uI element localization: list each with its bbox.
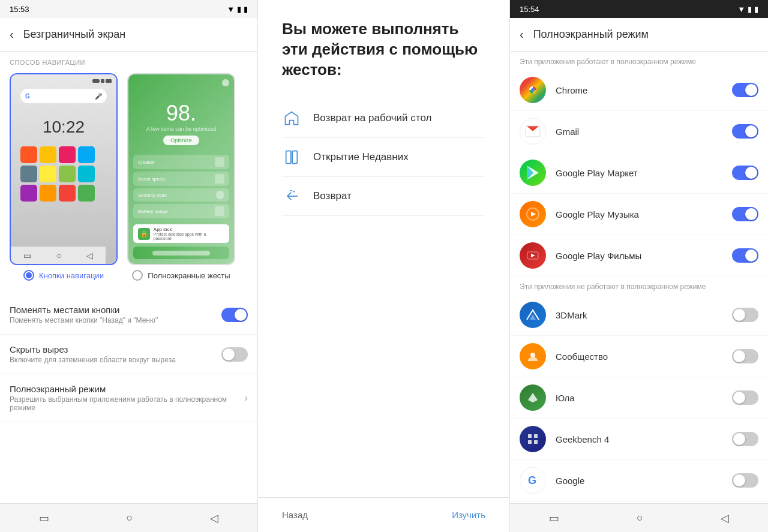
fullscreen-mode-item[interactable]: Полноэкранный режим Разрешить выбранным … bbox=[0, 374, 257, 422]
signal-icon: ▮ bbox=[237, 5, 241, 14]
google-label: Google bbox=[556, 476, 732, 486]
3dmark-toggle[interactable] bbox=[732, 308, 758, 322]
google-toggle[interactable] bbox=[732, 473, 758, 488]
3dmark-label: 3DMark bbox=[556, 310, 732, 320]
home-icon bbox=[282, 109, 301, 128]
chrome-icon bbox=[520, 77, 546, 103]
community-toggle[interactable] bbox=[732, 349, 758, 363]
yula-toggle[interactable] bbox=[732, 390, 758, 405]
gplaymusic-label: Google Play Музыка bbox=[556, 209, 732, 220]
svg-rect-14 bbox=[534, 440, 538, 444]
recent-svg bbox=[283, 149, 300, 166]
chrome-toggle[interactable] bbox=[732, 83, 758, 97]
fullscreen-option[interactable]: 98. A few items can be optimized Optimiz… bbox=[127, 73, 235, 281]
swap-buttons-toggle[interactable] bbox=[221, 308, 248, 322]
fullscreen-label[interactable]: Полноэкранные жесты bbox=[132, 270, 230, 281]
right-status-icons: ▼ ▮ ▮ bbox=[737, 5, 758, 14]
right-battery-icon: ▮ bbox=[754, 5, 758, 14]
fullscreen-mode-subtitle: Разрешить выбранным приложениям работать… bbox=[10, 395, 244, 412]
left-panel: 15:53 ▼ ▮ ▮ ‹ Безграничный экран СПОСОБ … bbox=[0, 0, 258, 532]
app-item-yula: Юла bbox=[510, 377, 768, 419]
nav-square-icon[interactable]: ▭ bbox=[39, 512, 49, 525]
swap-buttons-title: Поменять местами кнопки bbox=[10, 305, 221, 315]
geekbench-icon bbox=[520, 426, 546, 452]
app-item-geekbench: Geekbench 4 bbox=[510, 419, 768, 460]
geekbench-toggle[interactable] bbox=[732, 432, 758, 446]
gmail-toggle[interactable] bbox=[732, 124, 758, 139]
right-back-icon[interactable]: ‹ bbox=[520, 28, 524, 41]
settings-list: Поменять местами кнопки Поменять местами… bbox=[0, 290, 257, 427]
right-status-bar: 15:54 ▼ ▮ ▮ bbox=[510, 0, 768, 18]
right-nav-circle-icon[interactable]: ○ bbox=[637, 512, 643, 524]
right-header-title: Полноэкранный режим bbox=[533, 28, 649, 41]
gplay-icon bbox=[520, 160, 546, 186]
nav-buttons-radio[interactable] bbox=[23, 270, 34, 281]
hide-notch-title: Скрыть вырез bbox=[10, 344, 221, 354]
nav-buttons-label[interactable]: Кнопки навигации bbox=[23, 270, 104, 281]
svg-point-10 bbox=[530, 353, 535, 357]
left-status-icons: ▼ ▮ ▮ bbox=[227, 5, 248, 14]
apps-disabled-section-label: Эти приложения не работают в полноэкранн… bbox=[510, 276, 768, 294]
nav-back-icon[interactable]: ◁ bbox=[210, 512, 218, 525]
nav-buttons-screen: G 🎤 10:22 bbox=[10, 73, 118, 265]
apps-enabled-section-label: Эти приложения работают в полноэкранном … bbox=[510, 52, 768, 70]
gesture-back-text: Возврат bbox=[313, 190, 352, 202]
gesture-bottom-bar: Назад Изучить bbox=[258, 497, 509, 532]
gplay-label: Google Play Маркет bbox=[556, 168, 732, 178]
wifi-icon: ▼ bbox=[227, 5, 235, 14]
gmail-label: Gmail bbox=[556, 127, 732, 137]
yula-label: Юла bbox=[556, 393, 732, 403]
left-nav-bar: ▭ ○ ◁ bbox=[0, 503, 257, 532]
app-item-gplaymusic: Google Play Музыка bbox=[510, 194, 768, 235]
fullscreen-screen: 98. A few items can be optimized Optimiz… bbox=[127, 73, 235, 265]
svg-text:G: G bbox=[528, 474, 536, 486]
nav-buttons-text: Кнопки навигации bbox=[39, 271, 104, 280]
app-item-gmail: Gmail bbox=[510, 111, 768, 152]
nav-buttons-option[interactable]: G 🎤 10:22 bbox=[10, 73, 118, 281]
right-wifi-icon: ▼ bbox=[737, 5, 745, 14]
yula-icon bbox=[520, 384, 546, 411]
right-nav-back-icon[interactable]: ◁ bbox=[721, 512, 729, 525]
back-gesture-icon bbox=[282, 187, 301, 206]
fullscreen-radio[interactable] bbox=[132, 270, 143, 281]
app-item-3dmark: 3DMark bbox=[510, 294, 768, 336]
gplaymovies-label: Google Play Фильмы bbox=[556, 251, 732, 261]
swap-buttons-item[interactable]: Поменять местами кнопки Поменять местами… bbox=[0, 295, 257, 335]
back-icon[interactable]: ‹ bbox=[10, 28, 14, 41]
hide-notch-toggle[interactable] bbox=[221, 347, 248, 362]
gesture-home-text: Возврат на рабочий стол bbox=[313, 112, 431, 124]
right-signal-icon: ▮ bbox=[748, 5, 752, 14]
swap-buttons-subtitle: Поменять местами кнопки "Назад" и "Меню" bbox=[10, 316, 221, 324]
fullscreen-text: Полноэкранные жесты bbox=[148, 271, 230, 280]
gesture-back-button[interactable]: Назад bbox=[282, 510, 308, 520]
right-nav-square-icon[interactable]: ▭ bbox=[549, 512, 559, 525]
gplay-toggle[interactable] bbox=[732, 166, 758, 180]
gesture-recent: Открытие Недавних bbox=[282, 138, 485, 177]
right-header: ‹ Полноэкранный режим bbox=[510, 18, 768, 52]
svg-rect-12 bbox=[534, 434, 538, 438]
gesture-title: Вы можете выполнять эти действия с помощ… bbox=[282, 19, 485, 80]
right-time: 15:54 bbox=[520, 5, 539, 14]
community-label: Сообщество bbox=[556, 351, 732, 362]
app-item-gplay: Google Play Маркет bbox=[510, 152, 768, 194]
gplaymovies-toggle[interactable] bbox=[732, 248, 758, 263]
middle-panel: Вы можете выполнять эти действия с помощ… bbox=[258, 0, 510, 532]
right-nav-bar: ▭ ○ ◁ bbox=[510, 503, 768, 532]
hide-notch-item[interactable]: Скрыть вырез Включите для затемнения обл… bbox=[0, 335, 257, 374]
svg-rect-13 bbox=[528, 440, 532, 444]
gesture-learn-button[interactable]: Изучить bbox=[452, 510, 485, 520]
battery-icon: ▮ bbox=[244, 5, 248, 14]
community-icon bbox=[520, 343, 546, 369]
svg-rect-1 bbox=[292, 151, 297, 164]
left-header-title: Безграничный экран bbox=[23, 28, 126, 41]
gesture-recent-text: Открытие Недавних bbox=[313, 151, 409, 163]
geekbench-label: Geekbench 4 bbox=[556, 434, 732, 444]
gplaymovies-icon bbox=[520, 242, 546, 269]
left-time: 15:53 bbox=[10, 5, 29, 14]
gplaymusic-toggle[interactable] bbox=[732, 207, 758, 221]
gplaymusic-icon bbox=[520, 201, 546, 227]
nav-circle-icon[interactable]: ○ bbox=[127, 512, 133, 524]
fullscreen-mode-title: Полноэкранный режим bbox=[10, 384, 244, 394]
svg-marker-9 bbox=[531, 254, 535, 257]
svg-rect-11 bbox=[528, 434, 532, 438]
